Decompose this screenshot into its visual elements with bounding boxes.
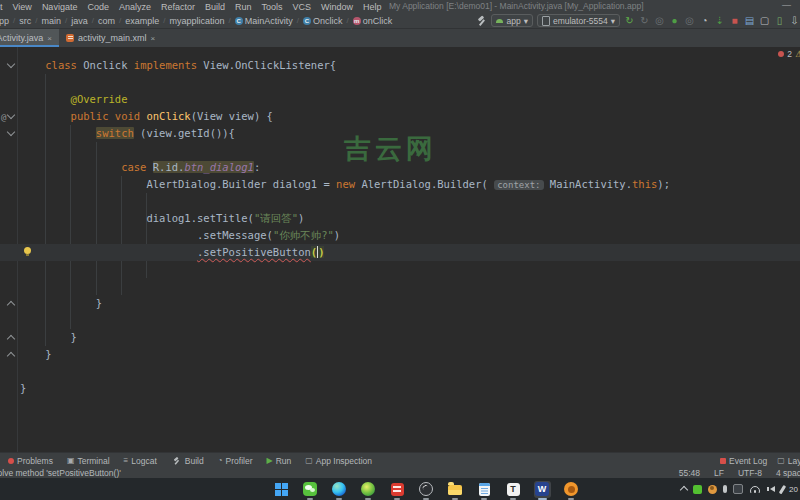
pen-icon[interactable] xyxy=(778,485,785,494)
breadcrumb-item-com[interactable]: com xyxy=(98,16,115,26)
override-marker-icon[interactable]: @ xyxy=(1,109,6,126)
chevron-up-icon[interactable] xyxy=(679,486,687,494)
mic-tray-icon[interactable] xyxy=(723,485,727,493)
tab-activity_main.xml[interactable]: activity_main.xml× xyxy=(59,29,162,47)
fold-up-icon[interactable] xyxy=(7,301,15,309)
minimize-button[interactable]: — xyxy=(782,0,791,10)
fold-down-icon[interactable] xyxy=(7,128,15,136)
fold-down-icon[interactable] xyxy=(7,60,15,68)
close-icon[interactable]: × xyxy=(151,34,156,43)
intention-bulb-icon[interactable] xyxy=(24,247,31,254)
profiler-icon[interactable]: ◔ xyxy=(699,15,710,27)
tool-window-button-build[interactable]: Build xyxy=(171,455,204,467)
tool-window-button-profiler[interactable]: ◔Profiler xyxy=(218,455,253,467)
tool-window-button-logcat[interactable]: ≡Logcat xyxy=(124,455,157,467)
start-button[interactable] xyxy=(273,481,290,498)
layout-inspector-icon[interactable]: ▢ xyxy=(759,15,770,27)
tool-window-button-terminal[interactable]: ▣Terminal xyxy=(67,455,110,467)
apply-code-changes-icon[interactable]: ◎ xyxy=(654,15,665,27)
apply-changes-icon[interactable]: ⇣ xyxy=(714,15,725,27)
code-line[interactable]: } xyxy=(0,346,800,363)
code-line[interactable]: } xyxy=(0,329,800,346)
wechat-tray-icon[interactable] xyxy=(693,485,702,494)
close-icon[interactable]: × xyxy=(47,34,52,43)
tool-window-button-layout-inspector[interactable]: ▢Layout Inspector xyxy=(777,456,800,466)
stop-icon[interactable]: ■ xyxy=(729,15,740,27)
menu-item-vcs[interactable]: VCS xyxy=(293,2,312,12)
word-app[interactable]: W xyxy=(534,481,551,498)
rerun-icon[interactable]: ↻ xyxy=(639,15,650,27)
menu-item-refactor[interactable]: Refactor xyxy=(161,2,195,12)
edge-browser-app[interactable] xyxy=(331,481,348,498)
code-line[interactable] xyxy=(0,261,800,278)
debug-icon[interactable]: ● xyxy=(669,15,680,27)
fold-down-icon[interactable] xyxy=(7,111,15,119)
tab-mainactivity.java[interactable]: MainActivity.java× xyxy=(0,29,59,47)
inspection-widget[interactable]: 2 ⚠ xyxy=(778,49,797,59)
code-line[interactable]: AlertDialog.Builder dialog1 = new AlertD… xyxy=(0,176,800,193)
build-hammer-icon[interactable] xyxy=(476,15,487,27)
breadcrumb-item-main[interactable]: main xyxy=(42,16,62,26)
volume-icon[interactable] xyxy=(770,486,775,492)
dark-circle-app[interactable] xyxy=(418,481,435,498)
breadcrumb-item-onclick[interactable]: COnclick xyxy=(303,16,343,26)
code-line[interactable] xyxy=(0,193,800,210)
menu-item-code[interactable]: Code xyxy=(87,2,109,12)
tray-clock[interactable]: 20 xyxy=(789,485,798,494)
run-icon[interactable]: ↻ xyxy=(624,15,635,27)
tool-window-button-event-log[interactable]: Event Log xyxy=(720,456,767,466)
code-line[interactable]: } xyxy=(0,295,800,312)
menu-item-tools[interactable]: Tools xyxy=(262,2,283,12)
code-line[interactable]: class Onclick implements View.OnClickLis… xyxy=(0,57,800,74)
menu-item-run[interactable]: Run xyxy=(235,2,252,12)
code-line[interactable] xyxy=(0,312,800,329)
tool-window-button-problems[interactable]: Problems xyxy=(8,455,53,467)
menu-item-build[interactable]: Build xyxy=(205,2,225,12)
menu-item-analyze[interactable]: Analyze xyxy=(119,2,151,12)
t-document-app[interactable]: T xyxy=(505,481,522,498)
code-line[interactable] xyxy=(0,278,800,295)
status-item[interactable]: 55:48 xyxy=(679,468,700,478)
code-line[interactable]: @Override xyxy=(0,91,800,108)
breadcrumb-item-example[interactable]: example xyxy=(125,16,159,26)
menu-item-edit[interactable]: Edit xyxy=(0,2,3,12)
code-line[interactable]: @ public void onClick(View view) { xyxy=(0,108,800,125)
globe-browser-app[interactable] xyxy=(360,481,377,498)
person-tray-icon[interactable] xyxy=(708,485,717,494)
dark-app-tray-icon[interactable] xyxy=(733,484,743,494)
fold-up-icon[interactable] xyxy=(7,335,15,343)
orange-chat-app[interactable] xyxy=(563,481,580,498)
breadcrumb-item-src[interactable]: src xyxy=(19,16,31,26)
status-item[interactable]: LF xyxy=(714,468,724,478)
notes-app[interactable] xyxy=(476,481,493,498)
code-editor[interactable]: class Onclick implements View.OnClickLis… xyxy=(0,47,800,452)
code-line[interactable]: dialog1.setTitle("请回答") xyxy=(0,210,800,227)
breadcrumb-item-myapplication[interactable]: myapplication xyxy=(170,16,225,26)
breadcrumb-item-app[interactable]: app xyxy=(0,16,9,26)
code-line[interactable]: .setPositiveButton() xyxy=(0,244,800,261)
breadcrumb-item-onclick[interactable]: monClick xyxy=(353,16,393,26)
code-line[interactable]: } xyxy=(0,380,800,397)
device-select[interactable]: emulator-5554▾ xyxy=(537,14,620,27)
sdk-manager-icon[interactable]: ⇩ xyxy=(789,15,800,27)
wechat-app[interactable] xyxy=(302,481,319,498)
red-reader-app[interactable] xyxy=(389,481,406,498)
attach-debugger-icon[interactable]: ◎ xyxy=(684,15,695,27)
tool-window-button-app-inspection[interactable]: ▢App Inspection xyxy=(305,455,372,467)
avd-manager-icon[interactable]: ▯ xyxy=(774,15,785,27)
tool-window-button-run[interactable]: ▶Run xyxy=(266,455,291,467)
menu-item-window[interactable]: Window xyxy=(321,2,353,12)
run-config-select[interactable]: app▾ xyxy=(491,14,532,27)
file-explorer-app[interactable] xyxy=(447,481,464,498)
breadcrumb-item-mainactivity[interactable]: CMainActivity xyxy=(235,16,293,26)
status-item[interactable]: UTF-8 xyxy=(738,468,762,478)
menu-item-help[interactable]: Help xyxy=(363,2,382,12)
status-item[interactable]: 4 spaces xyxy=(776,468,800,478)
device-file-explorer-icon[interactable]: ▤ xyxy=(744,15,755,27)
code-line[interactable] xyxy=(0,363,800,380)
code-line[interactable] xyxy=(0,74,800,91)
code-line[interactable]: .setMessage("你帅不帅?") xyxy=(0,227,800,244)
fold-up-icon[interactable] xyxy=(7,352,15,360)
menu-item-navigate[interactable]: Navigate xyxy=(42,2,78,12)
breadcrumb-item-java[interactable]: java xyxy=(71,16,88,26)
